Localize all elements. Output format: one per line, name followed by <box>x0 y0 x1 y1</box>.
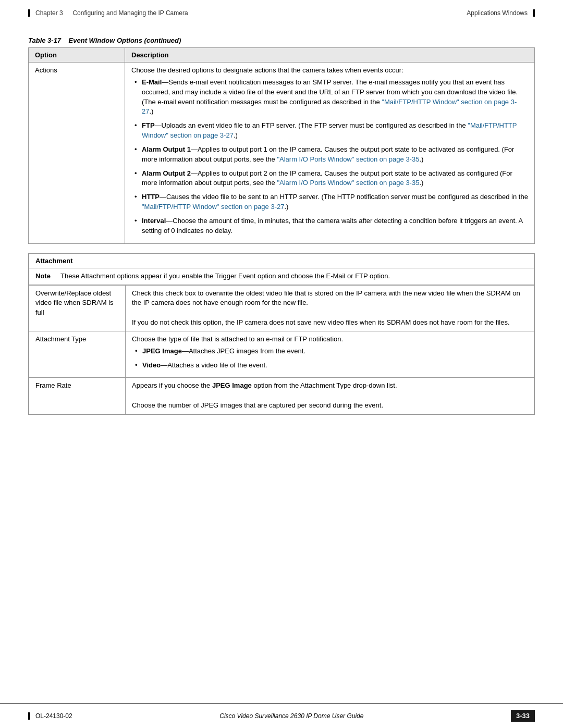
note-label: Note <box>35 272 55 281</box>
desc-frame-rate: Appears if you choose the JPEG Image opt… <box>126 378 534 414</box>
bullet-video: Video—Attaches a video file of the event… <box>132 361 528 371</box>
att-type-bullets: JPEG Image—Attaches JPEG images from the… <box>132 347 528 371</box>
bullet-interval-text: —Choose the amount of time, in minutes, … <box>142 217 523 235</box>
overwrite-desc2: If you do not check this option, the IP … <box>132 318 510 326</box>
link-alarm-io-2[interactable]: "Alarm I/O Ports Window" section on page… <box>277 179 419 187</box>
table-title-text: Event Window Options (continued) <box>69 36 181 44</box>
frame-rate-bold: JPEG Image <box>212 381 252 389</box>
frame-rate-desc1a: Appears if you choose the <box>132 381 212 389</box>
bullet-ftp: FTP—Uploads an event video file to an FT… <box>131 121 528 141</box>
table-row-attachment-type: Attachment Type Choose the type of file … <box>29 331 534 378</box>
main-table: Option Description Actions Choose the de… <box>28 47 535 244</box>
option-attachment-type: Attachment Type <box>29 331 126 378</box>
table-row-overwrite: Overwrite/Replace oldest video file when… <box>29 285 534 331</box>
bullet-interval: Interval—Choose the amount of time, in m… <box>131 216 528 236</box>
page-header: Chapter 3 Configuring and Managing the I… <box>0 0 563 21</box>
bullet-http-text: —Causes the video file to be sent to an … <box>160 193 528 201</box>
chapter-title: Configuring and Managing the IP Camera <box>72 9 188 17</box>
col1-header: Option <box>29 48 125 63</box>
bullet-email: E-Mail—Sends e-mail event notification m… <box>131 78 528 117</box>
attachment-section: Attachment Note These Attachment options… <box>28 253 535 415</box>
header-left: Chapter 3 Configuring and Managing the I… <box>28 9 188 17</box>
desc-attachment-type: Choose the type of file that is attached… <box>126 331 534 378</box>
actions-bullet-list: E-Mail—Sends e-mail event notification m… <box>131 78 528 236</box>
option-frame-rate: Frame Rate <box>29 378 126 414</box>
footer-left: OL-24130-02 <box>28 712 72 720</box>
attachment-header-text: Attachment <box>35 257 73 265</box>
chapter-label: Chapter 3 <box>35 9 63 17</box>
link-alarm-io-1[interactable]: "Alarm I/O Ports Window" section on page… <box>277 155 419 163</box>
desc-overwrite: Check this check box to overwrite the ol… <box>126 285 534 331</box>
bullet-jpeg-bold: JPEG Image <box>142 347 182 355</box>
option-overwrite: Overwrite/Replace oldest video file when… <box>29 285 126 331</box>
guide-title: Cisco Video Surveillance 2630 IP Dome Us… <box>219 712 363 720</box>
doc-number: OL-24130-02 <box>35 712 72 720</box>
option-actions: Actions <box>29 63 125 244</box>
bullet-alarm2-bold: Alarm Output 2 <box>142 169 191 177</box>
bullet-video-text: —Attaches a video file of the event. <box>161 361 267 369</box>
bullet-ftp-after: .) <box>234 131 238 139</box>
bullet-alarm2-after: .) <box>419 179 423 187</box>
bullet-jpeg: JPEG Image—Attaches JPEG images from the… <box>132 347 528 356</box>
table-row-actions: Actions Choose the desired options to de… <box>29 63 535 244</box>
note-text: These Attachment options appear if you e… <box>60 272 390 281</box>
bullet-interval-bold: Interval <box>142 217 166 225</box>
bullet-http-bold: HTTP <box>142 193 160 201</box>
actions-intro: Choose the desired options to designate … <box>131 66 403 74</box>
page-container: Chapter 3 Configuring and Managing the I… <box>0 0 563 728</box>
bullet-ftp-bold: FTP <box>142 121 155 129</box>
footer-bar-left <box>28 712 30 720</box>
page-number: 3-33 <box>511 710 535 722</box>
bullet-jpeg-text: —Attaches JPEG images from the event. <box>182 347 305 355</box>
section-label: Applications Windows <box>467 9 528 17</box>
bullet-alarm1-after: .) <box>419 155 423 163</box>
content-area: Table 3-17 Event Window Options (continu… <box>0 21 563 446</box>
header-right: Applications Windows <box>467 9 535 17</box>
bullet-alarm2: Alarm Output 2—Applies to output port 2 … <box>131 169 528 189</box>
bullet-email-after: .) <box>149 107 153 115</box>
frame-rate-desc2: Choose the number of JPEG images that ar… <box>132 401 383 409</box>
table-title: Table 3-17 Event Window Options (continu… <box>28 36 535 44</box>
header-bar-left <box>28 9 30 17</box>
attachment-header: Attachment <box>29 254 534 268</box>
bullet-email-bold: E-Mail <box>142 78 162 86</box>
page-footer: OL-24130-02 Cisco Video Surveillance 263… <box>0 703 563 728</box>
frame-rate-desc1b: option from the Attachment Type drop-dow… <box>252 381 397 389</box>
description-actions: Choose the desired options to designate … <box>125 63 535 244</box>
table-row-frame-rate: Frame Rate Appears if you choose the JPE… <box>29 378 534 414</box>
attachment-table: Overwrite/Replace oldest video file when… <box>29 285 534 414</box>
bullet-http-after: .) <box>284 203 288 211</box>
overwrite-desc1: Check this check box to overwrite the ol… <box>132 289 520 307</box>
header-bar-right <box>533 9 535 17</box>
att-type-desc1: Choose the type of file that is attached… <box>132 335 343 343</box>
bullet-http: HTTP—Causes the video file to be sent to… <box>131 192 528 212</box>
table-number: Table 3-17 <box>28 36 61 44</box>
bullet-alarm1-bold: Alarm Output 1 <box>142 145 191 153</box>
col2-header: Description <box>125 48 535 63</box>
footer-center: Cisco Video Surveillance 2630 IP Dome Us… <box>219 712 363 720</box>
link-mail-ftp-http-3[interactable]: "Mail/FTP/HTTP Window" section on page 3… <box>142 203 284 211</box>
note-row: Note These Attachment options appear if … <box>29 268 534 285</box>
bullet-video-bold: Video <box>142 361 161 369</box>
bullet-alarm1: Alarm Output 1—Applies to output port 1 … <box>131 145 528 165</box>
bullet-ftp-text: —Uploads an event video file to an FTP s… <box>155 121 468 129</box>
